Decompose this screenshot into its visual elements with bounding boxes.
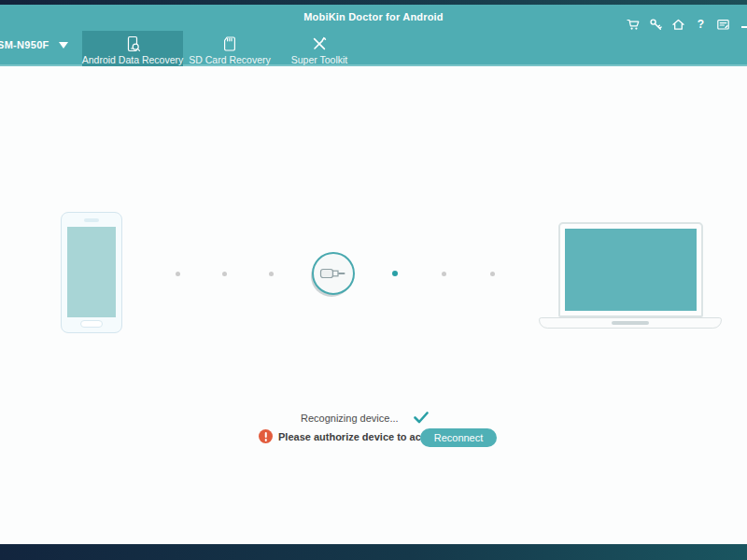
minimize-dash	[741, 26, 747, 28]
cart-icon[interactable]	[627, 18, 641, 32]
sd-card-icon	[221, 35, 238, 52]
phone-illustration	[61, 212, 122, 333]
phone-search-icon	[124, 35, 142, 52]
feedback-icon[interactable]	[716, 18, 730, 32]
titlebar-icon-group: ?	[627, 18, 747, 32]
recognizing-text: Recognizing device...	[301, 413, 399, 424]
connection-dot	[490, 272, 495, 276]
tab-label: Android Data Recovery	[82, 54, 184, 65]
connection-dot	[442, 272, 446, 276]
window-bottom-bar	[0, 544, 747, 560]
reconnect-label: Reconnect	[434, 432, 484, 443]
tab-bar: Android Data Recovery SD Card Recovery	[82, 31, 362, 71]
key-icon[interactable]	[649, 18, 663, 32]
device-model-label: SM-N950F	[0, 39, 49, 50]
app-header: MobiKin Doctor for Android	[0, 5, 747, 66]
usb-connector-badge	[312, 252, 355, 295]
home-icon[interactable]	[671, 18, 685, 32]
phone-speaker	[84, 218, 99, 222]
device-selector[interactable]: SM-N950F	[0, 39, 68, 50]
tab-super-toolkit[interactable]: Super Toolkit	[276, 31, 362, 71]
connection-dot	[222, 272, 227, 276]
laptop-illustration	[558, 222, 703, 317]
warning-exclamation-dot	[264, 439, 267, 441]
connection-dot	[269, 272, 274, 276]
dropdown-arrow-icon	[59, 42, 68, 49]
minimize-icon[interactable]	[739, 18, 747, 32]
reconnect-button[interactable]: Reconnect	[420, 428, 497, 447]
connection-dot-active	[392, 271, 398, 276]
tab-sd-card-recovery[interactable]: SD Card Recovery	[183, 31, 276, 71]
main-content: Recognizing device... Please authorize d…	[0, 66, 747, 544]
phone-screen	[67, 227, 116, 317]
help-icon[interactable]: ?	[694, 18, 708, 32]
phone-home-button	[80, 320, 103, 328]
tab-android-data-recovery[interactable]: Android Data Recovery	[82, 31, 183, 71]
laptop-notch	[612, 321, 649, 325]
warning-icon	[259, 429, 273, 443]
app-window: MobiKin Doctor for Android	[0, 0, 747, 560]
tab-label: Super Toolkit	[291, 54, 348, 65]
connection-dot	[176, 272, 180, 276]
tab-label: SD Card Recovery	[189, 54, 271, 65]
check-icon	[414, 412, 429, 424]
laptop-base	[539, 317, 722, 329]
warning-exclamation-bar	[264, 432, 267, 438]
usb-plug-icon	[319, 266, 347, 281]
toolkit-icon	[311, 35, 328, 52]
status-row-recognizing: Recognizing device...	[301, 412, 429, 424]
laptop-display	[565, 229, 697, 311]
help-glyph: ?	[698, 18, 704, 32]
